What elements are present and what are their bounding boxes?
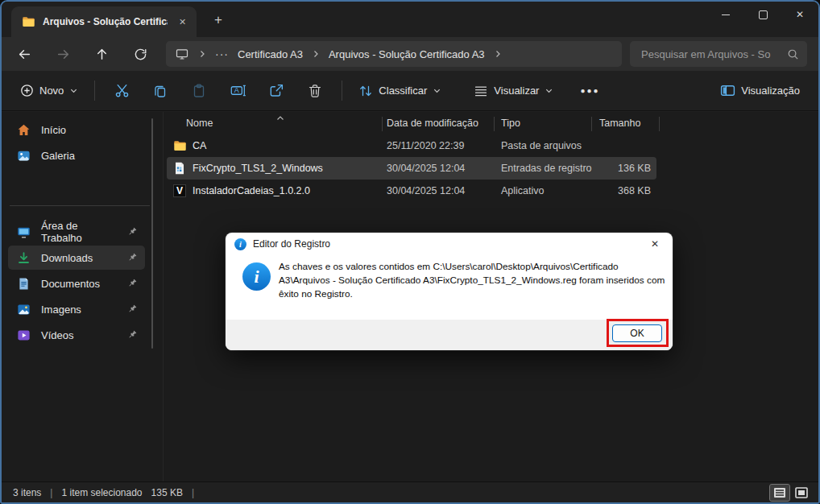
sidebar-item-downloads[interactable]: Downloads bbox=[8, 246, 145, 270]
window-controls: ✕ bbox=[707, 2, 818, 27]
breadcrumb-segment[interactable]: Certificado A3 bbox=[238, 48, 303, 60]
dialog-title: Editor do Registro bbox=[253, 238, 330, 250]
maximize-button[interactable] bbox=[744, 2, 781, 27]
sidebar-item-imagens[interactable]: Imagens bbox=[8, 297, 145, 321]
column-header-name[interactable]: Nome bbox=[186, 118, 213, 129]
application-icon: V bbox=[173, 180, 186, 202]
sidebar-item-label: Área de Trabalho bbox=[41, 220, 116, 244]
pin-icon bbox=[126, 329, 138, 341]
application-icon-letter: V bbox=[173, 184, 186, 197]
refresh-button[interactable] bbox=[126, 40, 155, 68]
selection-summary: 1 item selecionado bbox=[61, 487, 142, 498]
column-divider[interactable] bbox=[494, 117, 495, 131]
preview-pane-button[interactable]: Visualização bbox=[711, 76, 809, 105]
dialog-message: As chaves e os valores contidos em C:\Us… bbox=[279, 260, 670, 300]
navigation-pane: Início Galeria Área de Trabalho bbox=[2, 112, 163, 481]
new-button[interactable]: Novo bbox=[11, 76, 87, 105]
sidebar-item-inicio[interactable]: Início bbox=[8, 118, 145, 142]
cut-icon bbox=[114, 83, 130, 98]
column-header-type[interactable]: Tipo bbox=[501, 118, 520, 129]
breadcrumb-segment[interactable]: Arquivos - Solução Certificado A3 bbox=[329, 48, 485, 60]
column-header-modified[interactable]: Data de modificação bbox=[387, 118, 478, 129]
breadcrumb-ellipsis[interactable]: ··· bbox=[215, 48, 229, 60]
column-divider[interactable] bbox=[659, 117, 660, 131]
trash-icon bbox=[308, 84, 322, 98]
search-box[interactable] bbox=[630, 41, 807, 67]
chevron-right-icon bbox=[312, 50, 320, 58]
sidebar-item-area-de-trabalho[interactable]: Área de Trabalho bbox=[8, 220, 145, 244]
pin-icon bbox=[126, 304, 138, 315]
sort-button[interactable]: Classificar bbox=[350, 76, 450, 105]
back-button[interactable] bbox=[10, 40, 39, 68]
list-icon bbox=[474, 84, 488, 98]
large-icons-view-button[interactable] bbox=[792, 485, 811, 501]
window-close-button[interactable]: ✕ bbox=[781, 2, 818, 27]
sidebar-item-documentos[interactable]: Documentos bbox=[8, 271, 145, 295]
chevron-down-icon bbox=[545, 86, 553, 95]
view-button-label: Visualizar bbox=[494, 85, 539, 97]
pin-icon bbox=[126, 226, 138, 238]
file-row-ca[interactable]: CA 25/11/2020 22:39 Pasta de arquivos bbox=[167, 134, 656, 157]
more-options-button[interactable]: ●●● bbox=[572, 76, 607, 105]
column-divider[interactable] bbox=[382, 117, 383, 131]
share-button[interactable] bbox=[260, 76, 292, 105]
selection-size: 135 KB bbox=[151, 487, 183, 498]
rename-button[interactable]: A bbox=[222, 76, 254, 105]
dialog-close-button[interactable]: ✕ bbox=[639, 233, 671, 255]
tab-title: Arquivos - Solução Certificado bbox=[43, 16, 168, 27]
file-row-instaladorcadeias[interactable]: V InstaladorCadeias_1.0.2.0 30/04/2025 1… bbox=[167, 180, 656, 202]
status-divider: | bbox=[50, 487, 52, 498]
new-tab-button[interactable]: + bbox=[208, 10, 229, 31]
file-row-fixcrypto[interactable]: FixCrypto_TLS1_2_Windows 30/04/2025 12:0… bbox=[167, 157, 656, 180]
chevron-down-icon bbox=[433, 86, 441, 95]
nav-buttons bbox=[10, 40, 155, 68]
this-pc-icon[interactable] bbox=[176, 48, 189, 61]
view-button[interactable]: Visualizar bbox=[465, 76, 562, 105]
minimize-icon bbox=[722, 14, 730, 15]
sidebar-item-label: Imagens bbox=[41, 304, 81, 316]
gallery-icon bbox=[17, 149, 31, 163]
registry-file-icon bbox=[173, 157, 186, 180]
tab-close-icon[interactable]: ✕ bbox=[175, 14, 190, 30]
toolbar-separator bbox=[342, 81, 342, 101]
pin-icon bbox=[126, 252, 138, 263]
sidebar-item-videos[interactable]: Vídeos bbox=[8, 323, 145, 347]
sidebar-item-label: Downloads bbox=[41, 252, 93, 264]
sort-button-label: Classificar bbox=[379, 85, 427, 97]
file-modified: 30/04/2025 12:04 bbox=[387, 180, 465, 202]
ok-button[interactable]: OK bbox=[612, 324, 662, 342]
minimize-button[interactable] bbox=[707, 2, 744, 27]
sidebar-scrollbar[interactable] bbox=[151, 118, 153, 349]
copy-button[interactable] bbox=[144, 76, 176, 105]
delete-button[interactable] bbox=[299, 76, 331, 105]
search-input[interactable] bbox=[640, 48, 787, 61]
file-size: 136 KB bbox=[569, 157, 651, 180]
chevron-down-icon bbox=[69, 86, 78, 95]
search-icon[interactable] bbox=[787, 48, 799, 60]
sidebar-item-galeria[interactable]: Galeria bbox=[8, 143, 145, 167]
forward-button[interactable] bbox=[48, 40, 77, 68]
info-icon-large: i bbox=[242, 262, 271, 291]
desktop-icon bbox=[17, 225, 31, 239]
sidebar-separator bbox=[10, 205, 150, 206]
explorer-tab[interactable]: Arquivos - Solução Certificado ✕ bbox=[11, 6, 197, 37]
videos-icon bbox=[17, 328, 31, 342]
status-bar: 3 itens | 1 item selecionado 135 KB | bbox=[2, 481, 818, 502]
dialog-title-bar[interactable]: i Editor do Registro bbox=[226, 233, 673, 255]
details-view-button[interactable] bbox=[770, 485, 789, 501]
breadcrumb[interactable]: ··· Certificado A3 Arquivos - Solução Ce… bbox=[166, 41, 622, 67]
dialog-footer bbox=[226, 320, 673, 350]
paste-button[interactable] bbox=[183, 76, 215, 105]
up-button[interactable] bbox=[87, 40, 116, 68]
preview-pane-icon bbox=[720, 83, 735, 98]
svg-text:A: A bbox=[234, 86, 239, 94]
new-button-label: Novo bbox=[39, 85, 64, 97]
large-icons-view-icon bbox=[795, 487, 808, 498]
column-header-size[interactable]: Tamanho bbox=[599, 118, 640, 129]
toolbar-separator bbox=[94, 81, 95, 101]
rename-icon: A bbox=[230, 83, 246, 98]
folder-icon bbox=[22, 15, 35, 29]
cut-button[interactable] bbox=[106, 76, 138, 105]
file-type: Aplicativo bbox=[501, 180, 545, 202]
column-divider[interactable] bbox=[591, 117, 592, 131]
